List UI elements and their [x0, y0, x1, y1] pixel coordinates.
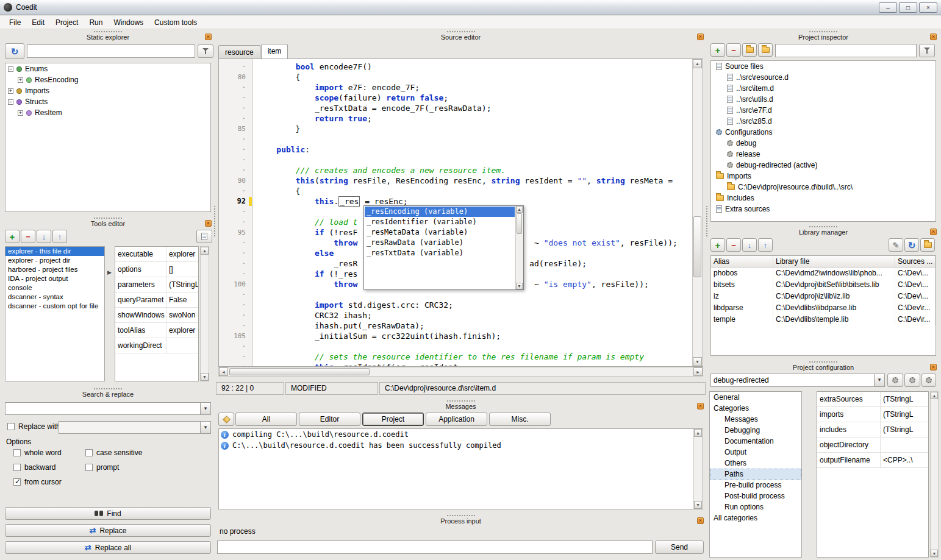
- project-tree-item[interactable]: debug-redirected (active): [711, 160, 936, 171]
- property-row[interactable]: includes(TStringL: [817, 422, 928, 438]
- category-paths[interactable]: Paths: [710, 469, 801, 480]
- message-row[interactable]: compiling C:\...\build\resource.d.coedit: [219, 429, 703, 440]
- property-value[interactable]: []: [166, 262, 198, 277]
- property-value[interactable]: [166, 338, 198, 353]
- title-bar[interactable]: Coedit – □ ×: [0, 0, 941, 15]
- project-tree-item[interactable]: ..\src\z85.d: [711, 116, 936, 127]
- property-value[interactable]: (TStringL: [881, 392, 928, 406]
- code-line[interactable]: // sets the resource identifier to the r…: [257, 352, 678, 362]
- property-row[interactable]: extraSources(TStringL: [817, 392, 928, 407]
- close-button[interactable]: ×: [919, 2, 937, 13]
- maximize-button[interactable]: □: [899, 2, 917, 13]
- chevron-down-icon[interactable]: [200, 403, 210, 414]
- scrollbar-thumb[interactable]: [517, 213, 522, 234]
- move-library-down-button[interactable]: [742, 238, 757, 252]
- add-tool-button[interactable]: [5, 230, 20, 243]
- option-backward[interactable]: backward: [13, 463, 85, 472]
- symbol-search-input[interactable]: [27, 44, 195, 58]
- code-line[interactable]: ihash.put(_resRawData);: [257, 321, 678, 331]
- option-case-sensitive[interactable]: case sensitive: [85, 448, 206, 457]
- scrollbar-thumb[interactable]: [693, 216, 701, 277]
- configuration-scrollbar[interactable]: ▲ ▼: [930, 391, 939, 558]
- tool-list-item[interactable]: IDA - project output: [5, 274, 104, 283]
- message-options-button[interactable]: [218, 413, 234, 426]
- code-line[interactable]: import e7F: encode_7F;: [257, 82, 678, 93]
- symbol-tree-item[interactable]: +Imports: [5, 85, 210, 96]
- property-row[interactable]: outputFilename<CPP>..\: [817, 453, 928, 468]
- panel-header[interactable]: Messages: [216, 400, 706, 411]
- editor-vertical-scrollbar[interactable]: ▲ ▼: [692, 59, 703, 366]
- property-value[interactable]: explorer: [166, 247, 198, 261]
- code-line[interactable]: this(string resFile, ResEncoding resEnc,…: [257, 175, 678, 186]
- library-row[interactable]: templeC:\Dev\dlibs\temple.libC:\Dev\r...: [711, 314, 936, 325]
- code-line[interactable]: this._resIdentifier = resIdent;: [257, 362, 678, 366]
- completion-item[interactable]: _resEncoding (variable): [365, 207, 515, 217]
- add-configuration-button[interactable]: [887, 374, 903, 387]
- panel-header[interactable]: Library manager: [708, 225, 939, 236]
- project-tree-item[interactable]: Extra sources: [711, 204, 936, 214]
- messages-filter-all[interactable]: All: [235, 413, 297, 426]
- close-panel-icon[interactable]: [930, 34, 937, 40]
- collapse-icon[interactable]: −: [8, 66, 13, 72]
- panel-header[interactable]: Process input: [216, 514, 706, 525]
- editor-tab-resource[interactable]: resource: [218, 45, 260, 58]
- replace-with-checkbox[interactable]: Replace with: [7, 422, 60, 431]
- refresh-library-button[interactable]: [904, 238, 919, 252]
- minimize-button[interactable]: –: [879, 2, 897, 13]
- inspector-filter-input[interactable]: [775, 44, 917, 57]
- project-tree-item[interactable]: debug: [711, 138, 936, 149]
- category-pre-build-process[interactable]: Pre-build process: [710, 480, 801, 491]
- code-line[interactable]: _resTxtData = encode_7F(_resRawData);: [257, 103, 678, 113]
- scroll-up-icon[interactable]: ▲: [516, 206, 523, 213]
- option-whole-word[interactable]: whole word: [13, 448, 85, 457]
- completion-item[interactable]: _resIdentifier (variable): [365, 217, 515, 227]
- code-line[interactable]: import std.digest.crc: CRC32;: [257, 300, 678, 310]
- category-others[interactable]: Others: [710, 458, 801, 469]
- property-row[interactable]: parameters(TStringL: [115, 277, 198, 292]
- edit-library-button[interactable]: [889, 238, 903, 252]
- property-value[interactable]: False: [166, 292, 198, 307]
- add-folder-button[interactable]: [758, 43, 773, 57]
- completion-scrollbar[interactable]: ▲ ▼: [515, 206, 523, 289]
- code-line[interactable]: {: [257, 72, 678, 82]
- scroll-up-icon[interactable]: ▲: [693, 59, 702, 68]
- category-categories[interactable]: Categories: [710, 403, 801, 414]
- symbol-tree-item[interactable]: −Enums: [5, 63, 210, 74]
- panel-header[interactable]: Project configuration: [708, 361, 939, 372]
- project-tree-item[interactable]: Configurations: [711, 127, 936, 138]
- clear-filter-button[interactable]: [919, 44, 935, 57]
- checkbox-box[interactable]: [85, 449, 93, 456]
- code-line[interactable]: public:: [257, 144, 678, 155]
- scroll-down-icon[interactable]: ▼: [694, 501, 702, 509]
- column-header-alias[interactable]: Alias: [711, 256, 773, 267]
- messages-filter-project[interactable]: Project: [362, 413, 424, 426]
- library-row[interactable]: izC:\Dev\dproj\iz\lib\iz.libC:\Dev\...: [711, 291, 936, 302]
- library-row[interactable]: libdparseC:\Dev\dlibs\libdparse.libC:\De…: [711, 302, 936, 314]
- chevron-down-icon[interactable]: [874, 374, 884, 386]
- replace-term-combo[interactable]: [59, 421, 211, 434]
- library-row[interactable]: phobosC:\Dev\dmd2\windows\lib\phob...C:\…: [711, 268, 936, 279]
- scroll-up-icon[interactable]: ▲: [931, 392, 938, 399]
- panel-header[interactable]: Search & replace: [2, 388, 213, 399]
- property-value[interactable]: swoNon: [166, 308, 198, 322]
- message-row[interactable]: C:\...\build\resource.d.coedit has been …: [219, 440, 703, 451]
- refresh-symbols-button[interactable]: [5, 43, 24, 59]
- move-tool-up-button[interactable]: [52, 230, 67, 243]
- scrollbar-thumb[interactable]: [229, 368, 370, 375]
- option-from-cursor[interactable]: from cursor: [13, 478, 85, 486]
- property-row[interactable]: showWindowsswoNon: [115, 308, 198, 323]
- project-tree-item[interactable]: ..\src\item.d: [711, 83, 936, 94]
- property-value[interactable]: (TStringL: [166, 277, 198, 292]
- property-row[interactable]: options[]: [115, 262, 198, 277]
- code-line[interactable]: scope(failure) return false;: [257, 93, 678, 103]
- category-all-categories[interactable]: All categories: [710, 512, 801, 523]
- menu-windows[interactable]: Windows: [108, 16, 149, 29]
- property-value[interactable]: <CPP>..\: [881, 453, 928, 467]
- project-tree-item[interactable]: ..\src\resource.d: [711, 72, 936, 83]
- panel-header[interactable]: Project inspector: [708, 30, 939, 41]
- symbol-tree-item[interactable]: −Structs: [5, 96, 210, 107]
- move-library-up-button[interactable]: [758, 238, 773, 252]
- close-panel-icon[interactable]: [205, 220, 212, 227]
- menu-run[interactable]: Run: [84, 16, 108, 29]
- add-library-folder-button[interactable]: [920, 238, 935, 252]
